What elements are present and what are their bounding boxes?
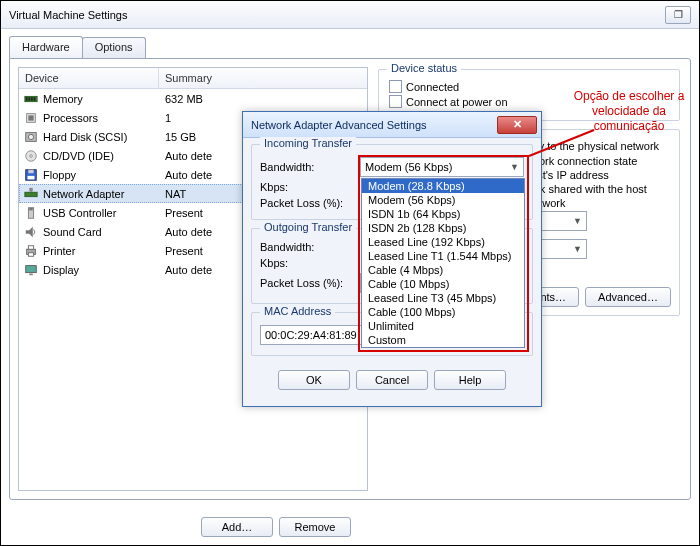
ok-button[interactable]: OK xyxy=(278,370,350,390)
svg-rect-15 xyxy=(29,187,33,191)
bandwidth-option[interactable]: Modem (56 Kbps) xyxy=(362,193,524,207)
device-status-title: Device status xyxy=(387,62,461,74)
bandwidth-option[interactable]: Leased Line T1 (1.544 Mbps) xyxy=(362,249,524,263)
packetloss-label: Packet Loss (%): xyxy=(260,197,356,209)
connect-poweron-checkbox[interactable]: Connect at power on xyxy=(389,95,669,108)
window-maximize-button[interactable]: ❐ xyxy=(665,6,691,24)
svg-rect-24 xyxy=(29,273,33,275)
bandwidth-option[interactable]: Cable (10 Mbps) xyxy=(362,277,524,291)
device-name: Network Adapter xyxy=(43,188,159,200)
connected-checkbox[interactable]: Connected xyxy=(389,80,669,93)
svg-rect-12 xyxy=(28,169,33,173)
svg-rect-22 xyxy=(28,252,33,256)
svg-rect-6 xyxy=(28,115,33,120)
device-list-header: Device Summary xyxy=(19,68,367,89)
remove-device-button[interactable]: Remove xyxy=(279,517,351,537)
bandwidth-label: Bandwidth: xyxy=(260,161,356,173)
bandwidth-option[interactable]: Custom xyxy=(362,333,524,347)
dialog-title: Network Adapter Advanced Settings xyxy=(251,119,427,131)
window-titlebar: Virtual Machine Settings ❐ xyxy=(1,1,699,29)
snd-icon xyxy=(23,224,39,240)
floppy-icon xyxy=(23,167,39,183)
packetloss-label: Packet Loss (%): xyxy=(260,277,356,289)
prn-icon xyxy=(23,243,39,259)
help-button[interactable]: Help xyxy=(434,370,506,390)
chevron-down-icon: ▼ xyxy=(510,162,519,172)
svg-rect-21 xyxy=(28,245,33,249)
device-name: Processors xyxy=(43,112,159,124)
checkbox-icon xyxy=(389,95,402,108)
disp-icon xyxy=(23,262,39,278)
tabbar: Hardware Options xyxy=(9,35,691,58)
kbps-label: Kbps: xyxy=(260,257,356,269)
device-name: CD/DVD (IDE) xyxy=(43,150,159,162)
dialog-titlebar: Network Adapter Advanced Settings ✕ xyxy=(243,112,541,138)
bandwidth-option[interactable]: ISDN 2b (128 Kbps) xyxy=(362,221,524,235)
window-controls: ❐ xyxy=(665,6,691,24)
advanced-button[interactable]: Advanced… xyxy=(585,287,671,307)
cancel-button[interactable]: Cancel xyxy=(356,370,428,390)
checkbox-icon xyxy=(389,80,402,93)
dialog-close-button[interactable]: ✕ xyxy=(497,116,537,134)
cpu-icon xyxy=(23,110,39,126)
bandwidth-option[interactable]: Modem (28.8 Kbps) xyxy=(362,179,524,193)
bandwidth-option[interactable]: Leased Line (192 Kbps) xyxy=(362,235,524,249)
bandwidth-option[interactable]: Unlimited xyxy=(362,319,524,333)
device-name: Printer xyxy=(43,245,159,257)
cd-icon xyxy=(23,148,39,164)
svg-point-8 xyxy=(28,134,33,139)
device-name: Floppy xyxy=(43,169,159,181)
bandwidth-label: Bandwidth: xyxy=(260,241,356,253)
tab-hardware[interactable]: Hardware xyxy=(9,36,83,58)
svg-rect-4 xyxy=(34,97,36,101)
mem-icon xyxy=(23,91,39,107)
svg-marker-19 xyxy=(26,226,33,237)
incoming-bandwidth-combo[interactable]: Modem (56 Kbps) ▼ xyxy=(360,157,524,177)
tab-options[interactable]: Options xyxy=(82,37,146,58)
device-row[interactable]: Memory632 MB xyxy=(19,89,367,108)
device-name: Display xyxy=(43,264,159,276)
svg-rect-14 xyxy=(25,192,37,196)
usb-icon xyxy=(23,205,39,221)
hardware-footer: Add… Remove xyxy=(1,517,699,537)
svg-point-10 xyxy=(30,154,33,157)
chevron-down-icon: ▼ xyxy=(573,216,582,226)
svg-rect-2 xyxy=(28,97,30,101)
device-name: Memory xyxy=(43,93,159,105)
bandwidth-dropdown-list[interactable]: Modem (28.8 Kbps)Modem (56 Kbps)ISDN 1b … xyxy=(361,178,525,348)
window-title: Virtual Machine Settings xyxy=(9,1,127,29)
hdd-icon xyxy=(23,129,39,145)
bandwidth-option[interactable]: Cable (4 Mbps) xyxy=(362,263,524,277)
device-name: Hard Disk (SCSI) xyxy=(43,131,159,143)
svg-rect-23 xyxy=(26,265,37,272)
svg-rect-1 xyxy=(26,97,28,101)
device-summary: 632 MB xyxy=(159,93,367,105)
svg-rect-13 xyxy=(28,175,35,179)
add-device-button[interactable]: Add… xyxy=(201,517,273,537)
bandwidth-option[interactable]: Cable (100 Mbps) xyxy=(362,305,524,319)
net-icon xyxy=(23,186,39,202)
col-summary[interactable]: Summary xyxy=(159,68,367,88)
bandwidth-option[interactable]: Leased Line T3 (45 Mbps) xyxy=(362,291,524,305)
svg-rect-3 xyxy=(31,97,33,101)
chevron-down-icon: ▼ xyxy=(573,244,582,254)
device-name: USB Controller xyxy=(43,207,159,219)
kbps-label: Kbps: xyxy=(260,181,356,193)
svg-rect-18 xyxy=(29,207,33,210)
device-name: Sound Card xyxy=(43,226,159,238)
col-device[interactable]: Device xyxy=(19,68,159,88)
bandwidth-option[interactable]: ISDN 1b (64 Kbps) xyxy=(362,207,524,221)
